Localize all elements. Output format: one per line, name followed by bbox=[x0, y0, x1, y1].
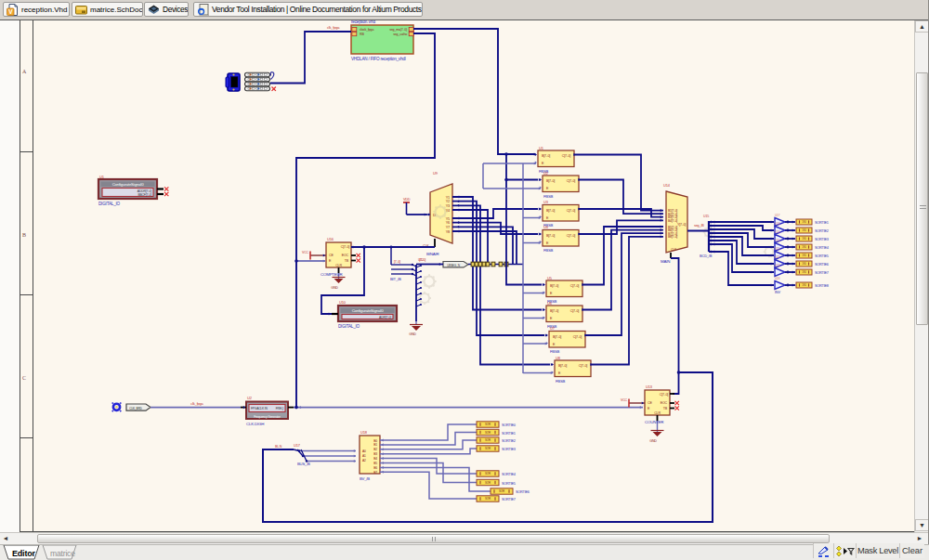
svg-text:U10: U10 bbox=[339, 300, 347, 305]
svg-text:FBSB: FBSB bbox=[550, 349, 560, 354]
svg-text:SORTIE0: SORTIE0 bbox=[502, 423, 516, 427]
svg-text:B[7..0]: B[7..0] bbox=[550, 309, 558, 313]
svg-text:B[7..0]: B[7..0] bbox=[553, 335, 561, 339]
svg-text:Y7: Y7 bbox=[446, 226, 450, 229]
svg-text:C[7..0]: C[7..0] bbox=[570, 309, 579, 313]
svg-text:seg_/B: seg_/B bbox=[694, 224, 704, 228]
svg-text:SORTIE4: SORTIE4 bbox=[502, 473, 516, 476]
svg-text:1K0: 1K0 bbox=[802, 220, 806, 224]
svg-text:CLK: CLK bbox=[671, 248, 677, 252]
svg-text:GND: GND bbox=[649, 439, 657, 443]
svg-text:U9: U9 bbox=[433, 171, 438, 176]
svg-text:BL.N: BL.N bbox=[275, 445, 282, 449]
svg-text:C[7..0]: C[7..0] bbox=[567, 234, 575, 238]
svg-text:U5: U5 bbox=[547, 276, 553, 280]
svg-text:seg_ma(7..0): seg_ma(7..0) bbox=[389, 28, 407, 32]
svg-text:C[7..0]: C[7..0] bbox=[341, 245, 349, 249]
svg-text:SORTIE8: SORTIE8 bbox=[815, 284, 829, 288]
svg-text:U22: U22 bbox=[775, 255, 780, 259]
svg-text:B[7..0]: B[7..0] bbox=[546, 209, 555, 213]
svg-text:clk_fpga: clk_fpga bbox=[327, 25, 340, 30]
svg-text:B[7..0]: B[7..0] bbox=[550, 284, 558, 288]
svg-text:SORTIE1: SORTIE1 bbox=[815, 221, 829, 225]
svg-text:B8[7..0]: B8[7..0] bbox=[668, 235, 677, 239]
svg-text:A0: A0 bbox=[362, 449, 366, 453]
svg-text:C[7..0]: C[7..0] bbox=[562, 154, 570, 158]
svg-text:SOR: SOR bbox=[485, 497, 491, 501]
svg-text:1K0: 1K0 bbox=[802, 262, 806, 266]
svg-text:COUNTER: COUNTER bbox=[645, 420, 663, 424]
svg-text:SORTIE4: SORTIE4 bbox=[815, 246, 829, 250]
svg-text:ConfigurateSignal0: ConfigurateSignal0 bbox=[352, 308, 385, 313]
svg-text:Frequency Generator: Frequency Generator bbox=[254, 415, 281, 419]
svg-text:[7..0]: [7..0] bbox=[419, 258, 425, 262]
svg-text:U2: U2 bbox=[247, 396, 253, 400]
svg-text:MAIN: MAIN bbox=[661, 259, 670, 264]
svg-text:BIT_/B: BIT_/B bbox=[390, 277, 401, 281]
svg-text:U16: U16 bbox=[327, 237, 334, 241]
svg-text:GND: GND bbox=[409, 332, 416, 336]
svg-text:C[7..0]: C[7..0] bbox=[567, 209, 575, 213]
svg-text:BBCF[7..0]: BBCF[7..0] bbox=[137, 193, 151, 197]
svg-text:U17: U17 bbox=[775, 214, 780, 217]
svg-text:CLR: CLR bbox=[335, 264, 342, 267]
svg-text:COMPTEUR: COMPTEUR bbox=[321, 272, 343, 277]
svg-text:U8: U8 bbox=[556, 356, 561, 360]
svg-text:B5: B5 bbox=[373, 462, 377, 465]
svg-text:U21: U21 bbox=[775, 247, 780, 251]
svg-text:U1: U1 bbox=[99, 175, 105, 179]
svg-text:U19: U19 bbox=[775, 230, 780, 234]
svg-text:BV_/B: BV_/B bbox=[360, 476, 370, 481]
svg-text:C[7..0]: C[7..0] bbox=[660, 393, 668, 397]
svg-text:[7..0]: [7..0] bbox=[394, 260, 400, 264]
svg-text:DIGITAL_IO: DIGITAL_IO bbox=[338, 324, 360, 329]
svg-text:BINAIR: BINAIR bbox=[426, 252, 438, 256]
svg-text:C[7..0]: C[7..0] bbox=[579, 364, 587, 368]
svg-text:SOR: SOR bbox=[485, 438, 491, 442]
svg-text:U14: U14 bbox=[663, 183, 671, 188]
svg-text:SORTIE6: SORTIE6 bbox=[815, 263, 829, 267]
svg-text:EOC: EOC bbox=[342, 254, 349, 257]
svg-text:B[7..0]: B[7..0] bbox=[558, 364, 567, 368]
svg-text:reception.Vhd: reception.Vhd bbox=[351, 20, 375, 24]
svg-text:B[7..0]: B[7..0] bbox=[546, 179, 555, 183]
svg-text:FBSB: FBSB bbox=[543, 248, 554, 253]
svg-text:A2: A2 bbox=[362, 459, 366, 462]
svg-text:SOR: SOR bbox=[485, 431, 491, 435]
svg-text:C[7..0]: C[7..0] bbox=[570, 284, 579, 288]
svg-text:U3: U3 bbox=[543, 200, 549, 204]
svg-text:CLK.DIGH: CLK.DIGH bbox=[246, 422, 264, 426]
svg-text:U17: U17 bbox=[294, 443, 301, 448]
svg-text:Y8: Y8 bbox=[446, 230, 450, 234]
svg-text:FPGACLK IN: FPGACLK IN bbox=[251, 407, 268, 410]
svg-text:CE: CE bbox=[648, 401, 652, 405]
svg-text:B0: B0 bbox=[373, 439, 377, 443]
svg-text:B4: B4 bbox=[373, 457, 377, 461]
svg-text:VHDLAN / FIFO reception_vhdl: VHDLAN / FIFO reception_vhdl bbox=[351, 57, 406, 61]
svg-text:1K0: 1K0 bbox=[802, 237, 806, 241]
svg-text:B3: B3 bbox=[373, 452, 377, 456]
svg-text:Y1: Y1 bbox=[446, 196, 450, 200]
svg-text:Y5: Y5 bbox=[446, 217, 450, 221]
svg-text:U18: U18 bbox=[360, 430, 368, 435]
svg-text:SORTIE1: SORTIE1 bbox=[502, 432, 516, 436]
svg-text:B7: B7 bbox=[373, 471, 377, 475]
svg-text:B[7..0]: B[7..0] bbox=[542, 154, 550, 158]
svg-text:SORTIE3: SORTIE3 bbox=[502, 448, 516, 451]
svg-text:D: D bbox=[433, 213, 436, 217]
svg-text:U18: U18 bbox=[775, 222, 780, 226]
svg-text:VDD: VDD bbox=[403, 198, 411, 202]
svg-text:SORTIE5: SORTIE5 bbox=[502, 482, 516, 486]
svg-text:U24: U24 bbox=[775, 277, 780, 280]
svg-text:U1: U1 bbox=[539, 146, 544, 150]
svg-text:FREQ: FREQ bbox=[276, 407, 284, 410]
svg-text:SORTIE2: SORTIE2 bbox=[815, 229, 829, 233]
svg-text:SOR: SOR bbox=[499, 489, 505, 493]
svg-text:VCC: VCC bbox=[302, 251, 309, 254]
svg-text:C[7..0]: C[7..0] bbox=[567, 179, 575, 183]
svg-text:VCC: VCC bbox=[621, 398, 628, 402]
svg-text:SOR: SOR bbox=[485, 423, 491, 426]
svg-text:Editor: Editor bbox=[12, 549, 35, 558]
svg-text:FBSB: FBSB bbox=[543, 194, 554, 199]
svg-text:U15: U15 bbox=[703, 215, 709, 218]
